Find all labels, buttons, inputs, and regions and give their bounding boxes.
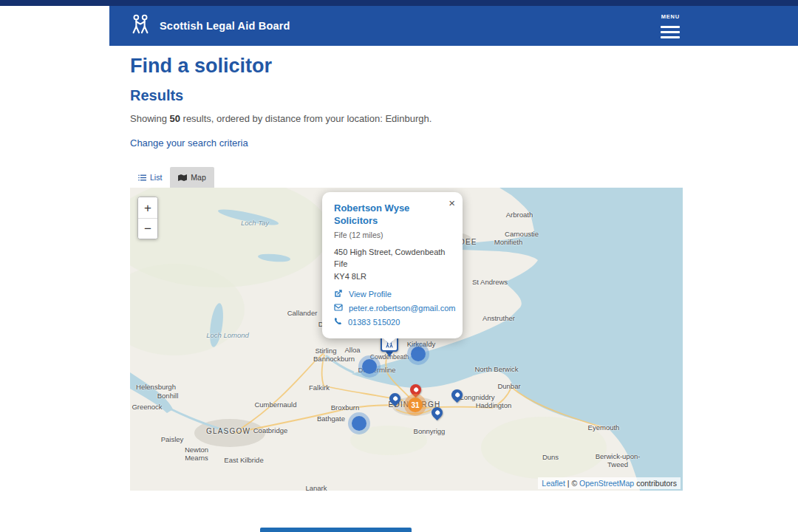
zoom-control: + − — [137, 197, 158, 239]
main-content: Find a solicitor Results Showing 50 resu… — [0, 46, 683, 532]
brand-name: Scottish Legal Aid Board — [160, 20, 290, 32]
results-count: 50 — [169, 113, 180, 124]
popup-distance: Fife (12 miles) — [334, 231, 451, 239]
popup-solicitor-link[interactable]: Robertson Wyse Solicitors — [334, 202, 451, 228]
map-icon — [178, 174, 187, 181]
hamburger-icon — [661, 23, 680, 38]
top-strip — [0, 0, 798, 6]
map-popup: × Robertson Wyse Solicitors Fife (12 mil… — [322, 192, 463, 338]
map-attribution: Leaflet | © OpenStreetMap contributors — [538, 477, 681, 489]
phone-icon — [334, 317, 342, 327]
popup-address: 450 High Street, Cowdenbeath Fife KY4 8L… — [334, 246, 451, 283]
phone-link[interactable]: 01383 515020 — [334, 317, 451, 327]
popup-close-button[interactable]: × — [449, 197, 455, 208]
map[interactable]: × Robertson Wyse Solicitors Fife (12 mil… — [130, 188, 683, 491]
email-link[interactable]: peter.e.robertson@gmail.com — [334, 304, 451, 313]
change-search-link[interactable]: Change your search criteria — [130, 137, 248, 149]
leaflet-link[interactable]: Leaflet — [542, 479, 565, 488]
menu-label: MENU — [661, 13, 680, 20]
tab-list-label: List — [150, 173, 162, 182]
page-title: Find a solicitor — [130, 55, 683, 77]
tab-list[interactable]: List — [130, 167, 170, 188]
results-summary: Showing 50 results, ordered by distance … — [130, 113, 683, 124]
slab-logo-icon — [129, 13, 152, 39]
tab-map-label: Map — [191, 173, 205, 182]
link-icon — [334, 289, 343, 299]
zoom-out-button[interactable]: − — [138, 218, 157, 239]
list-icon — [138, 174, 146, 181]
view-profile-link[interactable]: View Profile — [334, 289, 451, 299]
brand-link[interactable]: Scottish Legal Aid Board — [129, 13, 290, 39]
openstreetmap-link[interactable]: OpenStreetMap — [579, 479, 634, 488]
view-tabs: List Map — [130, 167, 683, 188]
zoom-in-button[interactable]: + — [138, 197, 157, 218]
site-header: Scottish Legal Aid Board MENU — [109, 6, 798, 46]
menu-button[interactable]: MENU — [661, 13, 680, 38]
email-icon — [334, 304, 343, 313]
tab-map[interactable]: Map — [170, 167, 214, 188]
change-criteria-button[interactable]: Change your Find a Solicitor criteria — [260, 528, 412, 532]
results-heading: Results — [130, 87, 683, 104]
